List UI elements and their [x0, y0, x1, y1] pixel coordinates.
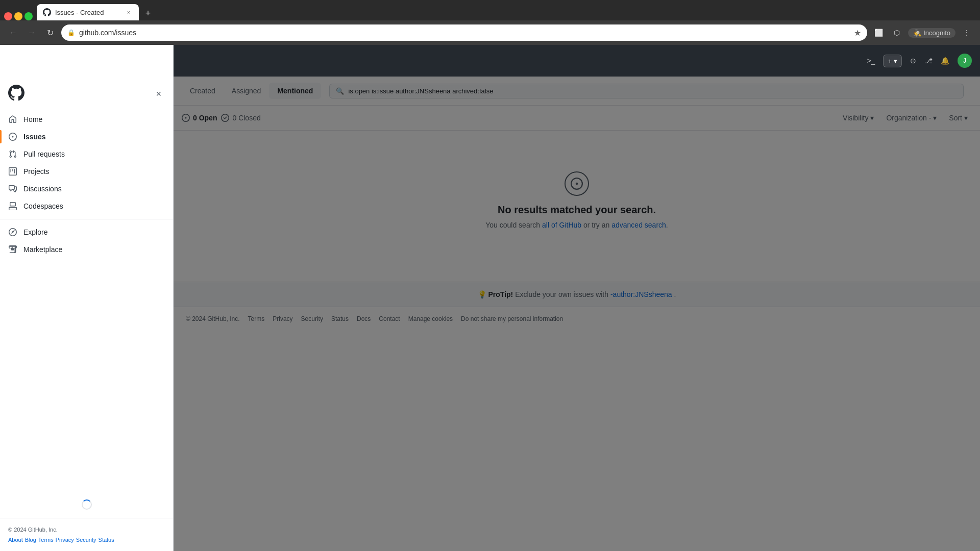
sidebar-logo[interactable]	[8, 85, 24, 103]
user-avatar[interactable]: J	[958, 54, 972, 68]
terminal-icon: >_	[867, 57, 875, 65]
new-tab-button[interactable]: +	[141, 6, 155, 20]
footer-link-blog[interactable]: Blog	[25, 537, 36, 543]
url-display: github.com/issues	[79, 29, 850, 37]
sidebar-item-projects[interactable]: Projects	[0, 163, 173, 180]
sidebar-item-home-label: Home	[23, 115, 42, 123]
pr-icon: ⎇	[924, 57, 933, 65]
sidebar-item-explore-label: Explore	[23, 228, 47, 236]
loading-spinner	[82, 499, 92, 510]
address-bar[interactable]: 🔒 github.com/issues ★	[61, 24, 867, 41]
plus-icon: +	[888, 57, 892, 65]
pull-requests-nav-icon	[8, 149, 17, 159]
sidebar-item-discussions-label: Discussions	[23, 185, 62, 193]
issues-button[interactable]: ⊙	[910, 57, 916, 65]
sidebar-nav: Home Issues Pull requests	[0, 107, 173, 491]
toolbar-actions: ⬜ ⬡ 🕵 Incognito ⋮	[871, 26, 974, 40]
explore-nav-icon	[8, 228, 17, 237]
sidebar-item-projects-label: Projects	[23, 167, 50, 176]
header-actions: >_ + ▾ ⊙ ⎇ 🔔 J	[867, 54, 972, 68]
sidebar-close-button[interactable]: ✕	[153, 88, 165, 100]
back-button[interactable]: ←	[6, 26, 20, 40]
issues-icon: ⊙	[910, 57, 916, 65]
sidebar-item-marketplace[interactable]: Marketplace	[0, 241, 173, 258]
bell-icon: 🔔	[941, 57, 949, 65]
window-close-button[interactable]	[4, 12, 12, 20]
home-icon	[8, 115, 17, 124]
lock-icon: 🔒	[67, 29, 75, 36]
footer-link-about[interactable]: About	[8, 537, 23, 543]
extensions-button[interactable]: ⬡	[890, 26, 904, 40]
incognito-label: Incognito	[923, 29, 950, 37]
footer-link-status[interactable]: Status	[99, 537, 114, 543]
issues-nav-icon	[8, 132, 17, 141]
window-maximize-button[interactable]	[24, 12, 33, 20]
marketplace-nav-icon	[8, 245, 17, 254]
sidebar-divider	[0, 219, 173, 219]
active-tab[interactable]: Issues - Created ×	[37, 4, 139, 20]
footer-link-privacy[interactable]: Privacy	[56, 537, 74, 543]
footer-link-security[interactable]: Security	[76, 537, 96, 543]
sidebar-item-issues[interactable]: Issues	[0, 128, 173, 145]
sidebar-item-marketplace-label: Marketplace	[23, 245, 62, 254]
sidebar-item-explore[interactable]: Explore	[0, 223, 173, 241]
sidebar-item-pr-label: Pull requests	[23, 150, 65, 158]
tab-title: Issues - Created	[55, 9, 120, 16]
footer-link-terms[interactable]: Terms	[38, 537, 54, 543]
sidebar-loading	[0, 491, 173, 518]
projects-nav-icon	[8, 167, 17, 176]
window-minimize-button[interactable]	[14, 12, 22, 20]
incognito-badge: 🕵 Incognito	[908, 28, 955, 38]
sidebar-item-discussions[interactable]: Discussions	[0, 180, 173, 197]
sidebar-item-home[interactable]: Home	[0, 111, 173, 128]
pull-requests-button[interactable]: ⎇	[924, 57, 933, 65]
sidebar-item-codespaces-label: Codespaces	[23, 202, 63, 210]
page: 🔍 Type / to search / >_ + ▾ ⊙ ⎇	[0, 45, 980, 551]
create-button[interactable]: + ▾	[883, 55, 902, 67]
terminal-button[interactable]: >_	[867, 57, 875, 65]
discussions-nav-icon	[8, 184, 17, 193]
browser-tab-bar: Issues - Created × +	[0, 0, 980, 20]
notifications-button[interactable]: 🔔	[941, 57, 949, 65]
sidebar: ✕ Home Issues	[0, 45, 174, 551]
reload-button[interactable]: ↻	[43, 26, 57, 40]
sidebar-footer-links: About Blog Terms Privacy Security Status	[8, 537, 165, 543]
forward-button[interactable]: →	[24, 26, 39, 40]
browser-toolbar: ← → ↻ 🔒 github.com/issues ★ ⬜ ⬡ 🕵 Incogn…	[0, 20, 980, 45]
sidebar-footer: © 2024 GitHub, Inc. About Blog Terms Pri…	[0, 518, 173, 551]
sidebar-copyright: © 2024 GitHub, Inc.	[8, 527, 165, 533]
tab-favicon	[43, 8, 51, 16]
cast-button[interactable]: ⬜	[871, 26, 886, 40]
sidebar-header: ✕	[0, 77, 173, 107]
codespaces-nav-icon	[8, 202, 17, 211]
sidebar-item-codespaces[interactable]: Codespaces	[0, 197, 173, 215]
plus-dropdown-icon: ▾	[894, 57, 897, 65]
sidebar-item-pull-requests[interactable]: Pull requests	[0, 145, 173, 163]
sidebar-item-issues-label: Issues	[23, 133, 46, 141]
incognito-icon: 🕵	[913, 29, 921, 37]
menu-button[interactable]: ⋮	[960, 26, 974, 40]
bookmark-icon[interactable]: ★	[854, 28, 861, 38]
tab-close-button[interactable]: ×	[125, 8, 133, 16]
